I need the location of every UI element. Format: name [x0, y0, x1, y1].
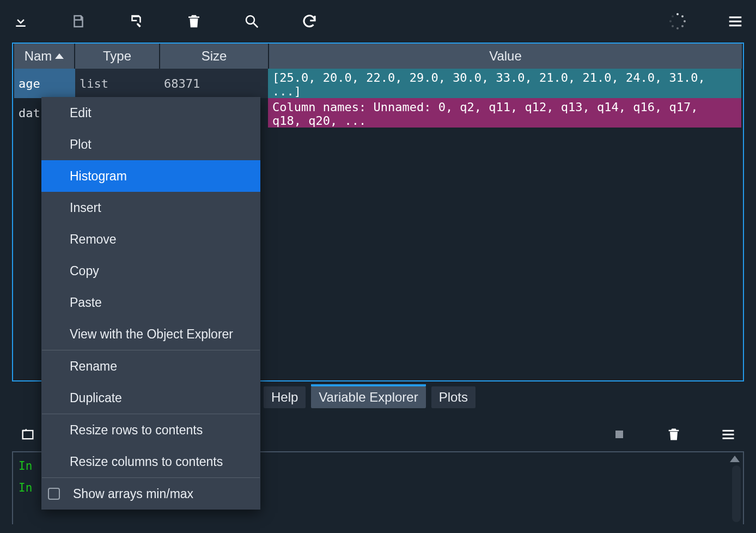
context-menu-edit[interactable]: Edit — [41, 97, 260, 129]
pane-tabs: Help Variable Explorer Plots — [264, 385, 756, 410]
context-menu-show-arrays-minmax[interactable]: Show arrays min/max — [41, 478, 260, 510]
context-menu-checkbox-label: Show arrays min/max — [73, 487, 193, 501]
variable-explorer-toolbar — [0, 0, 756, 43]
context-menu: Edit Plot Histogram Insert Remove Copy P… — [41, 97, 260, 510]
table-header-row: Nam Type Size Value — [13, 44, 743, 69]
column-header-size[interactable]: Size — [160, 44, 268, 69]
svg-line-1 — [254, 23, 258, 28]
column-header-name[interactable]: Nam — [14, 44, 74, 69]
svg-rect-6 — [615, 431, 623, 438]
scrollbar-track[interactable] — [732, 465, 741, 522]
cell-type[interactable]: list — [75, 69, 160, 98]
table-row[interactable]: age list 68371 [25.0, 20.0, 22.0, 29.0, … — [13, 69, 743, 98]
browse-tabs-button[interactable] — [16, 423, 39, 446]
refresh-button[interactable] — [296, 8, 322, 34]
tab-help[interactable]: Help — [264, 386, 306, 408]
cell-size[interactable]: 68371 — [160, 69, 268, 98]
context-menu-copy[interactable]: Copy — [41, 255, 260, 287]
column-header-value[interactable]: Value — [269, 44, 742, 69]
svg-rect-4 — [729, 25, 742, 26]
tab-plots[interactable]: Plots — [431, 386, 475, 408]
context-menu-resize-rows[interactable]: Resize rows to contents — [41, 414, 260, 446]
context-menu-view-object-explorer[interactable]: View with the Object Explorer — [41, 318, 260, 350]
context-menu-plot[interactable]: Plot — [41, 129, 260, 160]
context-menu-remove[interactable]: Remove — [41, 223, 260, 255]
context-menu-rename[interactable]: Rename — [41, 350, 260, 382]
scroll-up-icon[interactable] — [730, 456, 740, 462]
checkbox-icon — [48, 488, 60, 500]
cell-name[interactable]: age — [14, 69, 75, 98]
column-header-type[interactable]: Type — [75, 44, 159, 69]
import-data-button[interactable] — [8, 8, 34, 34]
context-menu-paste[interactable]: Paste — [41, 287, 260, 318]
column-header-name-label: Nam — [25, 49, 52, 64]
clear-console-button[interactable] — [662, 423, 685, 446]
svg-rect-3 — [729, 21, 742, 22]
save-button[interactable] — [65, 8, 92, 34]
context-menu-insert[interactable]: Insert — [41, 192, 260, 223]
context-menu-resize-columns[interactable]: Resize columns to contents — [41, 446, 260, 477]
stop-button[interactable] — [608, 423, 631, 446]
svg-rect-2 — [729, 16, 742, 18]
svg-rect-9 — [723, 438, 734, 439]
svg-rect-7 — [723, 430, 734, 432]
search-button[interactable] — [239, 8, 265, 34]
tab-variable-explorer[interactable]: Variable Explorer — [311, 386, 425, 408]
svg-rect-5 — [23, 431, 33, 439]
cell-value[interactable]: [25.0, 20.0, 22.0, 29.0, 30.0, 33.0, 21.… — [268, 69, 741, 98]
delete-all-button[interactable] — [181, 8, 207, 34]
context-menu-histogram[interactable]: Histogram — [41, 160, 260, 192]
console-options-button[interactable] — [717, 423, 740, 446]
svg-point-0 — [246, 16, 254, 24]
options-menu-button[interactable] — [722, 8, 748, 34]
cell-value[interactable]: Column names: Unnamed: 0, q2, q11, q12, … — [268, 98, 741, 128]
svg-rect-8 — [723, 434, 734, 435]
context-menu-duplicate[interactable]: Duplicate — [41, 382, 260, 414]
sort-ascending-icon — [55, 53, 64, 59]
save-as-button[interactable] — [123, 8, 149, 34]
loading-spinner-icon — [664, 8, 691, 34]
